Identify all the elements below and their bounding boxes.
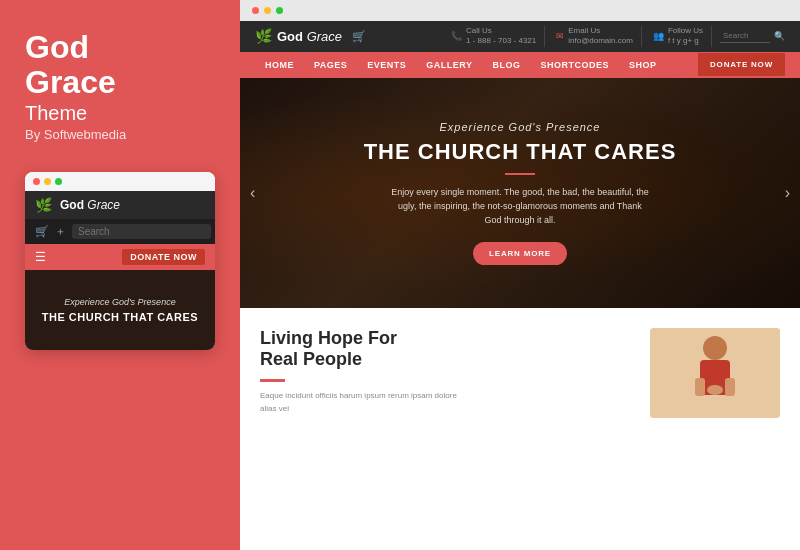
hero-learn-more-button[interactable]: LEARN MORE xyxy=(473,242,567,265)
bottom-title: Living Hope For Real People xyxy=(260,328,630,371)
bottom-divider xyxy=(260,379,285,382)
nav-gallery[interactable]: GALLERY xyxy=(416,52,482,78)
hero-subtitle: Experience God's Presence xyxy=(364,121,677,133)
right-panel: 🌿 God Grace 🛒 📞 Call Us 1 - 888 - 703 - … xyxy=(240,0,800,550)
topbar-phone: 📞 Call Us 1 - 888 - 703 - 4321 xyxy=(443,26,545,47)
topbar-search-input[interactable] xyxy=(720,30,770,43)
mobile-donate-button[interactable]: DONATE NOW xyxy=(122,249,205,265)
browser-dot-yellow xyxy=(264,7,271,14)
topbar-email: ✉ Email Us info@domain.com xyxy=(548,26,642,47)
mobile-hamburger-icon[interactable]: ☰ xyxy=(35,250,46,264)
dot-yellow xyxy=(44,178,51,185)
site-cart-icon[interactable]: 🛒 xyxy=(352,30,366,43)
person-svg xyxy=(650,328,780,418)
topbar-follow: 👥 Follow Us f t y g+ g xyxy=(645,26,712,47)
svg-rect-5 xyxy=(725,378,735,396)
dot-red xyxy=(33,178,40,185)
mobile-search-input[interactable] xyxy=(72,224,211,239)
topbar-search: 🔍 xyxy=(720,30,785,43)
left-panel: God Grace Theme By Softwebmedia 🌿 God Gr… xyxy=(0,0,240,550)
email-icon: ✉ xyxy=(556,31,564,41)
hero-prev-arrow[interactable]: ‹ xyxy=(250,184,255,202)
mobile-titlebar xyxy=(25,172,215,191)
hero-content: Experience God's Presence THE CHURCH THA… xyxy=(364,121,677,265)
bottom-image xyxy=(650,328,780,418)
site-logo-text: God Grace xyxy=(277,29,342,44)
svg-point-1 xyxy=(703,336,727,360)
phone-icon: 📞 xyxy=(451,31,462,41)
browser-dot-green xyxy=(276,7,283,14)
browser-dot-red xyxy=(252,7,259,14)
site-logo: 🌿 God Grace 🛒 xyxy=(255,28,366,44)
mobile-logo-icon: 🌿 xyxy=(35,197,52,213)
mobile-hero-subtitle: Experience God's Presence xyxy=(35,297,205,307)
hero-divider xyxy=(505,173,535,175)
svg-rect-4 xyxy=(695,378,705,396)
theme-by: By Softwebmedia xyxy=(25,127,215,142)
site-bottom: Living Hope For Real People Eaque incidu… xyxy=(240,308,800,433)
site-topbar: 🌿 God Grace 🛒 📞 Call Us 1 - 888 - 703 - … xyxy=(240,21,800,52)
hero-next-arrow[interactable]: › xyxy=(785,184,790,202)
theme-subtitle: Theme xyxy=(25,102,215,125)
topbar-search-icon[interactable]: 🔍 xyxy=(774,31,785,41)
nav-shortcodes[interactable]: SHORTCODES xyxy=(531,52,620,78)
site-hero: ‹ Experience God's Presence THE CHURCH T… xyxy=(240,78,800,308)
site-navbar: HOME PAGES EVENTS GALLERY BLOG SHORTCODE… xyxy=(240,52,800,78)
browser-titlebar xyxy=(240,0,800,21)
mobile-preview: 🌿 God Grace 🛒 ＋ 🔍 ☰ DONATE NOW Experienc… xyxy=(25,172,215,350)
bottom-description: Eaque incidunt officiis harum ipsum reru… xyxy=(260,390,460,416)
mobile-plus-icon: ＋ xyxy=(55,224,66,239)
mobile-cart-icon: 🛒 xyxy=(35,225,49,238)
theme-title: God Grace xyxy=(25,30,215,100)
nav-events[interactable]: EVENTS xyxy=(357,52,416,78)
site-logo-icon: 🌿 xyxy=(255,28,272,44)
mobile-nav: 🌿 God Grace xyxy=(25,191,215,219)
dot-green xyxy=(55,178,62,185)
mobile-search-bar: 🛒 ＋ 🔍 xyxy=(25,219,215,244)
mobile-hero: Experience God's Presence THE CHURCH THA… xyxy=(25,270,215,350)
hero-title: THE CHURCH THAT CARES xyxy=(364,139,677,165)
social-icon: 👥 xyxy=(653,31,664,41)
mobile-logo-text: God Grace xyxy=(60,198,120,212)
svg-point-3 xyxy=(707,385,723,395)
mobile-menu-bar: ☰ DONATE NOW xyxy=(25,244,215,270)
bottom-text: Living Hope For Real People Eaque incidu… xyxy=(260,328,630,418)
nav-pages[interactable]: PAGES xyxy=(304,52,357,78)
mobile-hero-title: THE CHURCH THAT CARES xyxy=(35,311,205,323)
topbar-contact: 📞 Call Us 1 - 888 - 703 - 4321 ✉ Email U… xyxy=(443,26,785,47)
hero-description: Enjoy every single moment. The good, the… xyxy=(390,185,650,228)
nav-blog[interactable]: BLOG xyxy=(483,52,531,78)
nav-shop[interactable]: SHOP xyxy=(619,52,667,78)
desktop-preview: 🌿 God Grace 🛒 📞 Call Us 1 - 888 - 703 - … xyxy=(240,21,800,550)
nav-home[interactable]: HOME xyxy=(255,52,304,78)
nav-donate-button[interactable]: DONATE NOW xyxy=(698,53,785,76)
